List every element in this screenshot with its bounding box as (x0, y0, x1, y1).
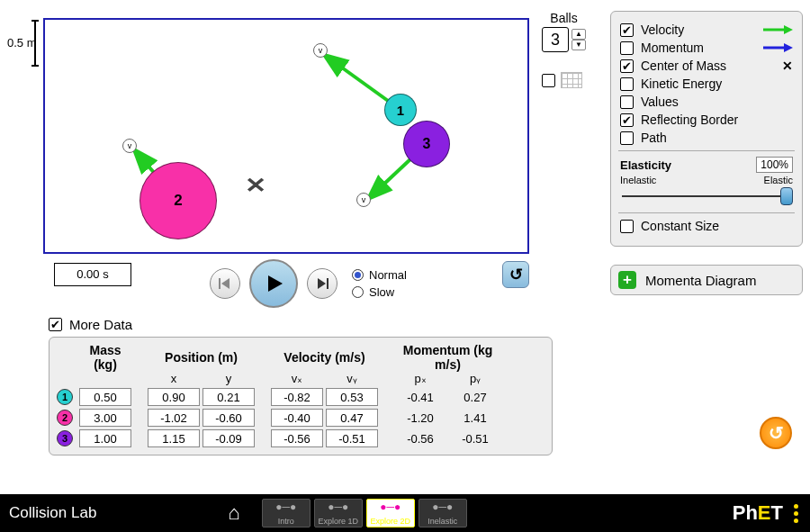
data-table: Mass (kg) Position (m) Velocity (m/s) Mo… (49, 337, 553, 455)
ball-1[interactable]: 1 (384, 94, 417, 126)
momentum-header: Momentum (kg m/s) (394, 343, 501, 372)
home-button[interactable]: ⌂ (228, 501, 239, 525)
velocity-handle-2[interactable]: v (122, 139, 137, 153)
vel-y-input[interactable] (326, 429, 378, 447)
scale-bar (34, 20, 36, 67)
vel-y-input[interactable] (326, 388, 378, 406)
com-checkbox[interactable] (620, 59, 634, 73)
screen-explore-2d[interactable]: ●─●Explore 2D (366, 499, 415, 527)
ball-tag: 2 (57, 410, 73, 426)
more-data-checkbox[interactable] (49, 318, 62, 331)
ball-2[interactable]: 2 (140, 162, 217, 239)
table-row: 3-0.56-0.51 (57, 429, 544, 447)
mom-x: -0.41 (394, 391, 446, 404)
path-checkbox[interactable] (620, 131, 634, 145)
vel-y-input[interactable] (326, 409, 378, 427)
pos-x-input[interactable] (148, 429, 200, 447)
mass-input[interactable] (79, 409, 131, 427)
sub-py: pᵧ (449, 372, 501, 385)
elasticity-slider[interactable] (620, 185, 793, 207)
momentum-arrow-icon (762, 41, 793, 55)
balls-up-button[interactable]: ▲ (572, 29, 586, 40)
momentum-checkbox[interactable] (620, 41, 634, 55)
position-header: Position (m) (148, 350, 255, 365)
balls-down-button[interactable]: ▼ (572, 40, 586, 50)
ball-3[interactable]: 3 (403, 121, 450, 167)
momenta-diagram-button[interactable]: + Momenta Diagram (610, 265, 803, 295)
elasticity-value: 100% (756, 157, 793, 173)
center-of-mass-icon: ✕ (245, 173, 266, 198)
elasticity-label: Elasticity (620, 158, 671, 172)
pos-y-input[interactable] (202, 429, 255, 447)
momentum-label: Momentum (641, 41, 704, 55)
slow-label: Slow (369, 285, 394, 299)
grid-icon (561, 72, 582, 88)
screen-inelastic[interactable]: ●─●Inelastic (418, 499, 467, 527)
vel-x-input[interactable] (271, 388, 323, 406)
more-data-label: More Data (69, 317, 132, 332)
slow-speed-radio[interactable]: Slow (352, 285, 407, 299)
normal-label: Normal (369, 268, 407, 282)
mom-y: 1.41 (449, 411, 501, 425)
step-forward-button[interactable] (307, 268, 338, 299)
pos-x-input[interactable] (148, 409, 200, 427)
pos-y-input[interactable] (202, 409, 255, 427)
play-area[interactable]: 1 2 3 v v v ✕ (43, 18, 529, 254)
balls-label: Balls (542, 11, 586, 25)
mass-input[interactable] (79, 429, 131, 447)
pos-y-input[interactable] (202, 388, 255, 406)
vel-x-input[interactable] (271, 429, 323, 447)
step-back-button[interactable] (210, 268, 240, 299)
values-checkbox[interactable] (620, 95, 634, 109)
ke-checkbox[interactable] (620, 77, 634, 91)
balls-panel: Balls 3 ▲ ▼ (542, 11, 586, 52)
mom-y: 0.27 (449, 391, 501, 404)
nav-bar: Collision Lab ⌂ ●─●Intro●─●Explore 1D●─●… (0, 494, 810, 532)
reflecting-checkbox[interactable] (620, 113, 634, 127)
mass-input[interactable] (79, 388, 131, 406)
mom-x: -1.20 (394, 411, 446, 425)
sub-x: x (148, 372, 200, 385)
phet-menu-button[interactable] (794, 504, 801, 523)
svg-rect-5 (219, 278, 220, 289)
path-label: Path (641, 131, 667, 145)
time-display: 0.00 s (54, 263, 131, 286)
ke-label: Kinetic Energy (641, 77, 722, 91)
screen-intro[interactable]: ●─●Intro (262, 499, 310, 527)
table-row: 2-1.201.41 (57, 409, 544, 427)
ball-tag: 3 (57, 430, 73, 446)
velocity-handle-1[interactable]: v (313, 43, 328, 58)
table-row: 1-0.410.27 (57, 388, 544, 406)
velocity-label: Velocity (641, 23, 684, 37)
pos-x-input[interactable] (148, 388, 200, 406)
elastic-label: Elastic (764, 175, 793, 185)
velocity-checkbox[interactable] (620, 23, 634, 37)
play-button[interactable] (249, 259, 298, 308)
com-label: Center of Mass (641, 59, 726, 73)
velocity-header: Velocity (m/s) (271, 350, 378, 365)
mom-x: -0.56 (394, 432, 446, 446)
momenta-label: Momenta Diagram (645, 273, 756, 288)
sub-vx: vₓ (271, 372, 323, 385)
ball-tag: 1 (57, 389, 73, 405)
velocity-arrow-icon (762, 23, 793, 37)
reset-all-button[interactable]: ↺ (760, 417, 792, 449)
phet-logo[interactable]: PhET (733, 501, 783, 525)
sub-vy: vᵧ (326, 372, 378, 385)
sub-px: pₓ (394, 372, 446, 385)
restart-button[interactable]: ↺ (502, 261, 529, 288)
mass-header: Mass (kg) (79, 343, 131, 372)
constant-size-checkbox[interactable] (620, 220, 634, 233)
balls-count: 3 (542, 27, 569, 52)
vel-x-input[interactable] (271, 409, 323, 427)
com-icon: ✕ (782, 59, 793, 73)
svg-rect-6 (327, 278, 328, 289)
velocity-handle-3[interactable]: v (356, 193, 371, 207)
values-label: Values (641, 95, 679, 109)
mom-y: -0.51 (449, 432, 501, 446)
grid-checkbox[interactable] (542, 74, 555, 87)
reflecting-label: Reflecting Border (641, 113, 738, 127)
normal-speed-radio[interactable]: Normal (352, 268, 407, 282)
options-panel: Velocity Momentum Center of Mass✕ Kineti… (610, 11, 803, 247)
screen-explore-1d[interactable]: ●─●Explore 1D (314, 499, 363, 527)
